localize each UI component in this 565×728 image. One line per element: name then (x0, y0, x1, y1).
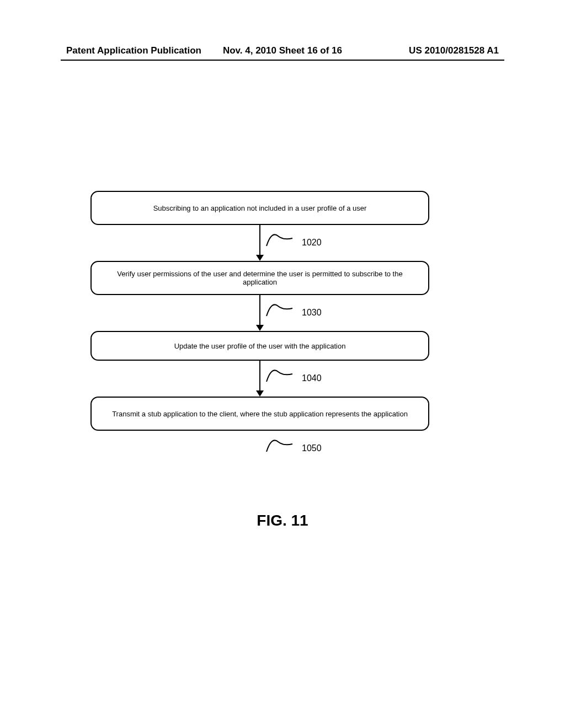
step-ref-label: 1020 (302, 238, 322, 248)
arrow-down-icon (256, 255, 264, 261)
flow-arrow-3: 1040 (90, 361, 429, 399)
patent-page: Patent Application Publication Nov. 4, 2… (0, 0, 565, 728)
arrow-down-icon (256, 325, 264, 331)
header-rule (61, 60, 504, 61)
flow-step-text: Subscribing to an application not includ… (153, 204, 367, 212)
step-ref-label: 1030 (302, 308, 322, 318)
step-ref-label: 1050 (302, 443, 322, 453)
flow-step-text: Verify user permissions of the user and … (104, 270, 416, 286)
flow-arrow-1: 1020 (90, 225, 429, 264)
header-sheet-info: Nov. 4, 2010 Sheet 16 of 16 (223, 45, 342, 56)
header-publication: Patent Application Publication (66, 45, 201, 56)
leader-icon (266, 436, 294, 453)
leader-icon (266, 301, 294, 317)
flow-arrow-2: 1030 (90, 295, 429, 334)
arrow-line-icon (259, 225, 260, 255)
header-pub-number: US 2010/0281528 A1 (409, 45, 499, 56)
flow-step-1050: Transmit a stub application to the clien… (90, 397, 429, 431)
leader-icon (266, 231, 294, 247)
arrow-down-icon (256, 390, 264, 397)
step-ref-label: 1040 (302, 373, 322, 383)
arrow-line-icon (259, 361, 260, 391)
flow-step-text: Transmit a stub application to the clien… (112, 410, 408, 418)
flow-step-1030: Verify user permissions of the user and … (90, 261, 429, 295)
flow-step-1020: Subscribing to an application not includ… (90, 191, 429, 225)
flow-leader-4: 1050 (90, 431, 429, 458)
flow-step-text: Update the user profile of the user with… (174, 342, 346, 350)
figure-caption: FIG. 11 (257, 512, 308, 529)
arrow-line-icon (259, 295, 260, 325)
leader-icon (266, 366, 294, 383)
flow-step-1040: Update the user profile of the user with… (90, 331, 429, 361)
